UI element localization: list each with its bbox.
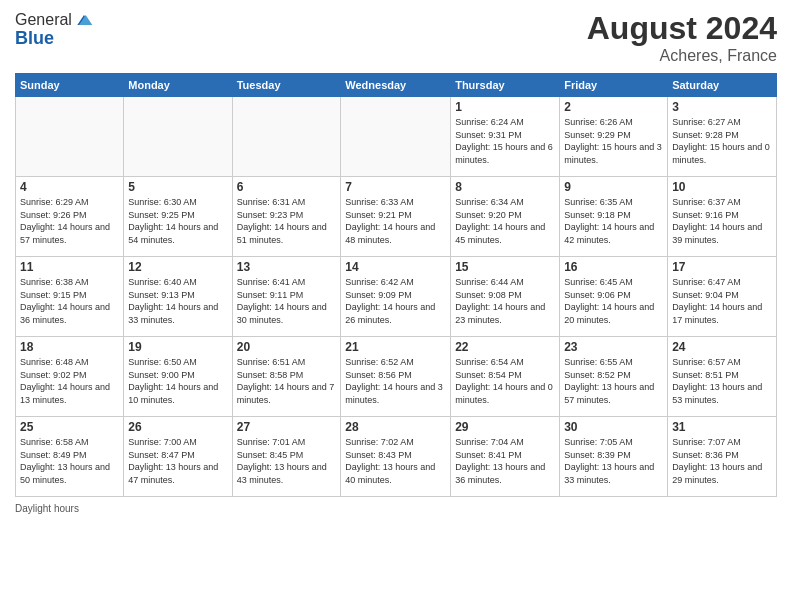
calendar-day-cell: 5Sunrise: 6:30 AM Sunset: 9:25 PM Daylig… bbox=[124, 177, 232, 257]
day-info: Sunrise: 6:50 AM Sunset: 9:00 PM Dayligh… bbox=[128, 356, 227, 406]
page: General Blue August 2024 Acheres, France… bbox=[0, 0, 792, 612]
calendar-day-header: Tuesday bbox=[232, 74, 341, 97]
day-info: Sunrise: 7:07 AM Sunset: 8:36 PM Dayligh… bbox=[672, 436, 772, 486]
calendar-day-cell: 12Sunrise: 6:40 AM Sunset: 9:13 PM Dayli… bbox=[124, 257, 232, 337]
day-number: 25 bbox=[20, 420, 119, 434]
day-info: Sunrise: 6:31 AM Sunset: 9:23 PM Dayligh… bbox=[237, 196, 337, 246]
logo-icon bbox=[74, 10, 94, 30]
calendar-day-cell: 29Sunrise: 7:04 AM Sunset: 8:41 PM Dayli… bbox=[451, 417, 560, 497]
day-info: Sunrise: 6:40 AM Sunset: 9:13 PM Dayligh… bbox=[128, 276, 227, 326]
day-info: Sunrise: 7:04 AM Sunset: 8:41 PM Dayligh… bbox=[455, 436, 555, 486]
day-info: Sunrise: 6:30 AM Sunset: 9:25 PM Dayligh… bbox=[128, 196, 227, 246]
header: General Blue August 2024 Acheres, France bbox=[15, 10, 777, 65]
calendar-day-cell: 27Sunrise: 7:01 AM Sunset: 8:45 PM Dayli… bbox=[232, 417, 341, 497]
calendar-week-row: 4Sunrise: 6:29 AM Sunset: 9:26 PM Daylig… bbox=[16, 177, 777, 257]
calendar-day-cell: 22Sunrise: 6:54 AM Sunset: 8:54 PM Dayli… bbox=[451, 337, 560, 417]
calendar-day-header: Monday bbox=[124, 74, 232, 97]
calendar-day-cell bbox=[341, 97, 451, 177]
calendar-day-header: Saturday bbox=[668, 74, 777, 97]
calendar-day-cell: 26Sunrise: 7:00 AM Sunset: 8:47 PM Dayli… bbox=[124, 417, 232, 497]
footer: Daylight hours bbox=[15, 503, 777, 514]
day-info: Sunrise: 6:51 AM Sunset: 8:58 PM Dayligh… bbox=[237, 356, 337, 406]
day-number: 28 bbox=[345, 420, 446, 434]
day-number: 6 bbox=[237, 180, 337, 194]
day-number: 3 bbox=[672, 100, 772, 114]
calendar-day-cell: 14Sunrise: 6:42 AM Sunset: 9:09 PM Dayli… bbox=[341, 257, 451, 337]
day-number: 4 bbox=[20, 180, 119, 194]
calendar-day-cell: 3Sunrise: 6:27 AM Sunset: 9:28 PM Daylig… bbox=[668, 97, 777, 177]
calendar-week-row: 11Sunrise: 6:38 AM Sunset: 9:15 PM Dayli… bbox=[16, 257, 777, 337]
day-info: Sunrise: 6:52 AM Sunset: 8:56 PM Dayligh… bbox=[345, 356, 446, 406]
calendar-day-cell: 19Sunrise: 6:50 AM Sunset: 9:00 PM Dayli… bbox=[124, 337, 232, 417]
day-info: Sunrise: 6:47 AM Sunset: 9:04 PM Dayligh… bbox=[672, 276, 772, 326]
calendar-day-cell: 23Sunrise: 6:55 AM Sunset: 8:52 PM Dayli… bbox=[560, 337, 668, 417]
day-info: Sunrise: 6:54 AM Sunset: 8:54 PM Dayligh… bbox=[455, 356, 555, 406]
day-number: 2 bbox=[564, 100, 663, 114]
calendar-day-cell: 4Sunrise: 6:29 AM Sunset: 9:26 PM Daylig… bbox=[16, 177, 124, 257]
day-number: 1 bbox=[455, 100, 555, 114]
day-number: 18 bbox=[20, 340, 119, 354]
day-number: 5 bbox=[128, 180, 227, 194]
logo-blue-text: Blue bbox=[15, 28, 94, 49]
calendar-week-row: 18Sunrise: 6:48 AM Sunset: 9:02 PM Dayli… bbox=[16, 337, 777, 417]
day-number: 29 bbox=[455, 420, 555, 434]
logo-general-text: General bbox=[15, 11, 72, 29]
day-info: Sunrise: 7:00 AM Sunset: 8:47 PM Dayligh… bbox=[128, 436, 227, 486]
calendar-week-row: 25Sunrise: 6:58 AM Sunset: 8:49 PM Dayli… bbox=[16, 417, 777, 497]
calendar-day-cell: 15Sunrise: 6:44 AM Sunset: 9:08 PM Dayli… bbox=[451, 257, 560, 337]
day-number: 20 bbox=[237, 340, 337, 354]
day-info: Sunrise: 6:42 AM Sunset: 9:09 PM Dayligh… bbox=[345, 276, 446, 326]
day-info: Sunrise: 6:26 AM Sunset: 9:29 PM Dayligh… bbox=[564, 116, 663, 166]
month-year-title: August 2024 bbox=[587, 10, 777, 47]
day-number: 12 bbox=[128, 260, 227, 274]
calendar-day-cell bbox=[16, 97, 124, 177]
calendar-day-header: Sunday bbox=[16, 74, 124, 97]
calendar-day-cell: 17Sunrise: 6:47 AM Sunset: 9:04 PM Dayli… bbox=[668, 257, 777, 337]
calendar-day-cell: 10Sunrise: 6:37 AM Sunset: 9:16 PM Dayli… bbox=[668, 177, 777, 257]
day-number: 24 bbox=[672, 340, 772, 354]
calendar-day-cell: 7Sunrise: 6:33 AM Sunset: 9:21 PM Daylig… bbox=[341, 177, 451, 257]
location-subtitle: Acheres, France bbox=[587, 47, 777, 65]
calendar-day-cell: 24Sunrise: 6:57 AM Sunset: 8:51 PM Dayli… bbox=[668, 337, 777, 417]
calendar-day-cell: 20Sunrise: 6:51 AM Sunset: 8:58 PM Dayli… bbox=[232, 337, 341, 417]
calendar-day-cell: 8Sunrise: 6:34 AM Sunset: 9:20 PM Daylig… bbox=[451, 177, 560, 257]
calendar-day-cell: 13Sunrise: 6:41 AM Sunset: 9:11 PM Dayli… bbox=[232, 257, 341, 337]
day-info: Sunrise: 6:29 AM Sunset: 9:26 PM Dayligh… bbox=[20, 196, 119, 246]
day-number: 11 bbox=[20, 260, 119, 274]
calendar-day-cell: 28Sunrise: 7:02 AM Sunset: 8:43 PM Dayli… bbox=[341, 417, 451, 497]
calendar-day-cell: 9Sunrise: 6:35 AM Sunset: 9:18 PM Daylig… bbox=[560, 177, 668, 257]
calendar-day-cell: 2Sunrise: 6:26 AM Sunset: 9:29 PM Daylig… bbox=[560, 97, 668, 177]
day-number: 13 bbox=[237, 260, 337, 274]
day-info: Sunrise: 6:37 AM Sunset: 9:16 PM Dayligh… bbox=[672, 196, 772, 246]
day-info: Sunrise: 6:35 AM Sunset: 9:18 PM Dayligh… bbox=[564, 196, 663, 246]
day-number: 23 bbox=[564, 340, 663, 354]
day-info: Sunrise: 6:57 AM Sunset: 8:51 PM Dayligh… bbox=[672, 356, 772, 406]
calendar-day-cell: 11Sunrise: 6:38 AM Sunset: 9:15 PM Dayli… bbox=[16, 257, 124, 337]
day-number: 9 bbox=[564, 180, 663, 194]
calendar-day-cell: 25Sunrise: 6:58 AM Sunset: 8:49 PM Dayli… bbox=[16, 417, 124, 497]
day-number: 30 bbox=[564, 420, 663, 434]
day-number: 19 bbox=[128, 340, 227, 354]
calendar-day-cell bbox=[124, 97, 232, 177]
day-info: Sunrise: 6:27 AM Sunset: 9:28 PM Dayligh… bbox=[672, 116, 772, 166]
day-number: 15 bbox=[455, 260, 555, 274]
calendar-day-cell: 16Sunrise: 6:45 AM Sunset: 9:06 PM Dayli… bbox=[560, 257, 668, 337]
calendar-day-cell: 6Sunrise: 6:31 AM Sunset: 9:23 PM Daylig… bbox=[232, 177, 341, 257]
day-info: Sunrise: 6:34 AM Sunset: 9:20 PM Dayligh… bbox=[455, 196, 555, 246]
day-info: Sunrise: 6:58 AM Sunset: 8:49 PM Dayligh… bbox=[20, 436, 119, 486]
day-info: Sunrise: 6:44 AM Sunset: 9:08 PM Dayligh… bbox=[455, 276, 555, 326]
calendar-day-header: Wednesday bbox=[341, 74, 451, 97]
calendar-day-header: Thursday bbox=[451, 74, 560, 97]
day-info: Sunrise: 6:41 AM Sunset: 9:11 PM Dayligh… bbox=[237, 276, 337, 326]
day-number: 16 bbox=[564, 260, 663, 274]
day-number: 14 bbox=[345, 260, 446, 274]
day-number: 27 bbox=[237, 420, 337, 434]
calendar-day-cell: 1Sunrise: 6:24 AM Sunset: 9:31 PM Daylig… bbox=[451, 97, 560, 177]
day-info: Sunrise: 6:24 AM Sunset: 9:31 PM Dayligh… bbox=[455, 116, 555, 166]
day-number: 7 bbox=[345, 180, 446, 194]
calendar-day-cell: 21Sunrise: 6:52 AM Sunset: 8:56 PM Dayli… bbox=[341, 337, 451, 417]
day-info: Sunrise: 6:45 AM Sunset: 9:06 PM Dayligh… bbox=[564, 276, 663, 326]
calendar-day-cell: 30Sunrise: 7:05 AM Sunset: 8:39 PM Dayli… bbox=[560, 417, 668, 497]
calendar-day-cell: 31Sunrise: 7:07 AM Sunset: 8:36 PM Dayli… bbox=[668, 417, 777, 497]
day-number: 26 bbox=[128, 420, 227, 434]
